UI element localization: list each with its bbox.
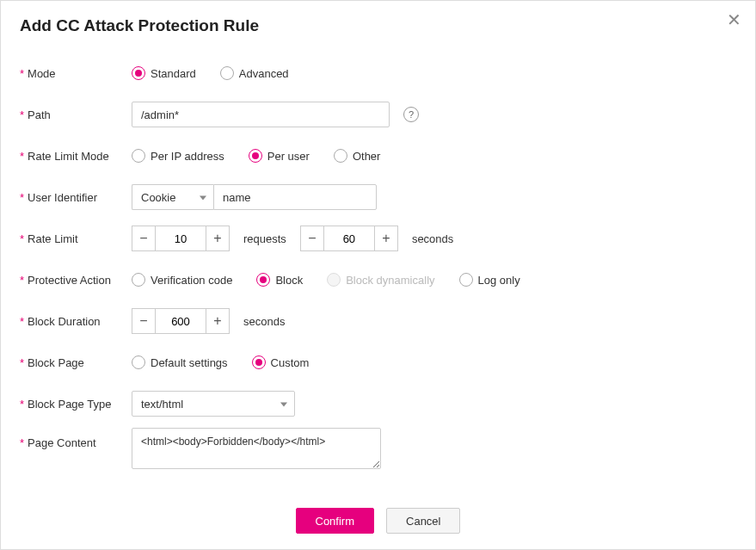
dialog: ✕ Add CC Attack Protection Rule *Mode St…: [0, 0, 756, 550]
block-page-type-select[interactable]: text/html: [132, 391, 295, 417]
radio-label: Advanced: [239, 67, 289, 80]
row-block-page: *Block Page Default settings Custom: [20, 342, 736, 383]
radio-label: Per user: [267, 150, 310, 163]
label-protective-action: *Protective Action: [20, 274, 132, 287]
block-duration-unit: seconds: [243, 315, 285, 328]
row-mode: *Mode Standard Advanced: [20, 53, 736, 94]
form-body: *Mode Standard Advanced *Path ? *: [1, 44, 755, 494]
path-input[interactable]: [132, 102, 390, 127]
close-icon[interactable]: ✕: [723, 8, 745, 32]
radio-mode-standard[interactable]: Standard: [132, 66, 196, 80]
minus-button[interactable]: −: [300, 226, 324, 251]
radio-blockpage-default[interactable]: Default settings: [132, 355, 228, 369]
minus-button[interactable]: −: [132, 308, 156, 334]
radio-action-log-only[interactable]: Log only: [459, 273, 520, 287]
cancel-button[interactable]: Cancel: [386, 508, 460, 534]
seconds-unit: seconds: [412, 232, 453, 245]
requests-stepper: − +: [132, 226, 230, 251]
radio-label: Block dynamically: [346, 274, 434, 287]
requests-input[interactable]: [156, 226, 206, 251]
radio-rlm-per-user[interactable]: Per user: [249, 149, 310, 163]
plus-button[interactable]: +: [206, 308, 230, 334]
radio-label: Per IP address: [151, 150, 224, 163]
row-rate-limit-mode: *Rate Limit Mode Per IP address Per user…: [20, 135, 736, 176]
help-icon[interactable]: ?: [403, 107, 419, 122]
label-block-duration: *Block Duration: [20, 315, 132, 328]
radio-label: Verification code: [151, 274, 232, 287]
radio-label: Default settings: [151, 356, 228, 369]
block-duration-input[interactable]: [156, 308, 206, 334]
label-user-identifier: *User Identifier: [20, 191, 132, 204]
radio-rlm-other[interactable]: Other: [334, 149, 381, 163]
user-identifier-type-select[interactable]: Cookie: [132, 184, 213, 210]
confirm-button[interactable]: Confirm: [296, 508, 375, 534]
radio-label: Block: [275, 274, 303, 287]
row-user-identifier: *User Identifier Cookie: [20, 176, 736, 218]
seconds-stepper: − +: [300, 226, 398, 251]
radio-icon: [249, 149, 262, 163]
label-rate-limit-mode: *Rate Limit Mode: [20, 150, 132, 163]
dialog-title: Add CC Attack Protection Rule: [1, 1, 755, 44]
page-content-textarea[interactable]: [132, 428, 381, 469]
user-identifier-value-input[interactable]: [213, 184, 377, 210]
seconds-input[interactable]: [324, 226, 374, 251]
block-duration-stepper: − +: [132, 308, 230, 334]
radio-icon: [132, 355, 145, 369]
radio-label: Log only: [478, 274, 520, 287]
minus-button[interactable]: −: [132, 226, 156, 251]
requests-unit: requests: [243, 232, 286, 245]
row-rate-limit: *Rate Limit − + requests − + seconds: [20, 218, 736, 259]
select-value: text/html: [141, 398, 183, 411]
radio-label: Standard: [151, 67, 196, 80]
radio-mode-advanced[interactable]: Advanced: [220, 66, 289, 80]
radio-icon: [132, 66, 145, 80]
row-block-page-type: *Block Page Type text/html: [20, 383, 736, 424]
radio-icon: [459, 273, 473, 287]
radio-icon: [220, 66, 234, 80]
chevron-down-icon: [280, 403, 287, 407]
radio-icon: [132, 273, 145, 287]
label-block-page-type: *Block Page Type: [20, 398, 132, 411]
plus-button[interactable]: +: [374, 226, 398, 251]
radio-label: Custom: [271, 356, 310, 369]
radio-action-verification-code[interactable]: Verification code: [132, 273, 232, 287]
radio-icon: [327, 273, 341, 287]
chevron-down-icon: [200, 196, 206, 201]
plus-button[interactable]: +: [206, 226, 230, 251]
label-path: *Path: [20, 108, 132, 121]
label-rate-limit: *Rate Limit: [20, 232, 132, 245]
row-protective-action: *Protective Action Verification code Blo…: [20, 259, 736, 300]
row-page-content: *Page Content: [20, 424, 736, 473]
dialog-footer: Confirm Cancel: [1, 494, 755, 549]
label-page-content: *Page Content: [20, 428, 132, 449]
radio-icon: [256, 273, 270, 287]
radio-icon: [132, 149, 145, 163]
radio-icon: [252, 355, 266, 369]
radio-blockpage-custom[interactable]: Custom: [252, 355, 310, 369]
row-path: *Path ?: [20, 94, 736, 135]
radio-icon: [334, 149, 347, 163]
radio-rlm-per-ip[interactable]: Per IP address: [132, 149, 224, 163]
radio-action-block[interactable]: Block: [256, 273, 303, 287]
radio-label: Other: [353, 150, 381, 163]
label-block-page: *Block Page: [20, 356, 132, 369]
row-block-duration: *Block Duration − + seconds: [20, 300, 736, 342]
label-mode: *Mode: [20, 67, 132, 80]
radio-action-block-dynamically: Block dynamically: [327, 273, 434, 287]
select-value: Cookie: [141, 191, 175, 204]
